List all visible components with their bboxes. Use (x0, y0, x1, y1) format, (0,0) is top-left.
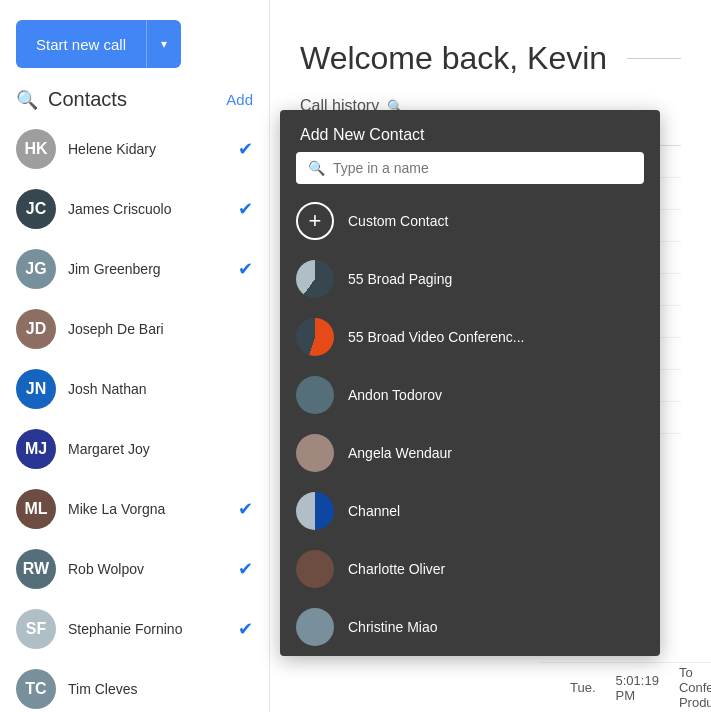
contact-name: Jim Greenberg (68, 261, 226, 277)
dropdown-item-avatar (296, 260, 334, 298)
contact-item[interactable]: JD Joseph De Bari (0, 299, 269, 359)
dropdown-search-icon: 🔍 (308, 160, 325, 176)
contact-search-input[interactable] (333, 160, 632, 176)
contact-item[interactable]: HK Helene Kidary ✔ (0, 119, 269, 179)
start-new-call-button[interactable]: Start new call ▾ (16, 20, 181, 68)
footer-call-with: To Conference Product_... (679, 665, 711, 710)
dropdown-list-item[interactable]: + Custom Contact (280, 192, 660, 250)
add-contact-dropdown: Add New Contact 🔍 + Custom Contact 55 Br… (280, 110, 660, 656)
dropdown-list-item[interactable]: Christine Miao (280, 598, 660, 656)
contact-item[interactable]: TC Tim Cleves (0, 659, 269, 712)
contact-item[interactable]: MJ Margaret Joy (0, 419, 269, 479)
contact-item[interactable]: ML Mike La Vorgna ✔ (0, 479, 269, 539)
contact-avatar: RW (16, 549, 56, 589)
dropdown-item-avatar (296, 550, 334, 588)
dropdown-list-item[interactable]: Andon Todorov (280, 366, 660, 424)
dropdown-item-name: Channel (348, 503, 400, 519)
contact-avatar: JD (16, 309, 56, 349)
header-divider (627, 58, 681, 59)
contact-name: Helene Kidary (68, 141, 226, 157)
contact-avatar: JC (16, 189, 56, 229)
welcome-header: Welcome back, Kevin (270, 0, 711, 97)
contact-avatar: ML (16, 489, 56, 529)
contact-item[interactable]: JN Josh Nathan (0, 359, 269, 419)
add-contact-button[interactable]: Add (226, 91, 253, 108)
contact-check-icon: ✔ (238, 138, 253, 160)
custom-contact-plus-icon: + (296, 202, 334, 240)
contact-item[interactable]: SF Stephanie Fornino ✔ (0, 599, 269, 659)
contact-name: Margaret Joy (68, 441, 253, 457)
contact-list: HK Helene Kidary ✔ JC James Criscuolo ✔ … (0, 119, 269, 712)
contact-item[interactable]: JG Jim Greenberg ✔ (0, 239, 269, 299)
dropdown-list-item[interactable]: 55 Broad Paging (280, 250, 660, 308)
dropdown-items-list: + Custom Contact 55 Broad Paging 55 Broa… (280, 192, 660, 656)
start-new-call-label: Start new call (16, 20, 147, 68)
contact-avatar: HK (16, 129, 56, 169)
sidebar: Start new call ▾ 🔍 Contacts Add HK Helen… (0, 0, 270, 712)
dropdown-search-bar[interactable]: 🔍 (296, 152, 644, 184)
contact-name: Joseph De Bari (68, 321, 253, 337)
contact-avatar: SF (16, 609, 56, 649)
footer-date: Tue. (570, 680, 596, 695)
contact-check-icon: ✔ (238, 498, 253, 520)
footer-row: Tue. 5:01:19 PM To Conference Product_..… (540, 662, 711, 712)
contact-name: Josh Nathan (68, 381, 253, 397)
dropdown-list-item[interactable]: 55 Broad Video Conferenc... (280, 308, 660, 366)
footer-time: 5:01:19 PM (616, 673, 659, 703)
dropdown-list-item[interactable]: Charlotte Oliver (280, 540, 660, 598)
contact-name: Mike La Vorgna (68, 501, 226, 517)
contact-name: Stephanie Fornino (68, 621, 226, 637)
contact-avatar: MJ (16, 429, 56, 469)
dropdown-item-name: 55 Broad Paging (348, 271, 452, 287)
dropdown-item-avatar (296, 492, 334, 530)
contact-avatar: TC (16, 669, 56, 709)
dropdown-list-item[interactable]: Angela Wendaur (280, 424, 660, 482)
dropdown-item-name: Charlotte Oliver (348, 561, 445, 577)
contact-name: Tim Cleves (68, 681, 253, 697)
contacts-header: 🔍 Contacts Add (0, 68, 269, 119)
dropdown-item-avatar (296, 318, 334, 356)
dropdown-item-avatar (296, 376, 334, 414)
dropdown-item-avatar (296, 608, 334, 646)
contact-name: Rob Wolpov (68, 561, 226, 577)
dropdown-item-avatar (296, 434, 334, 472)
dropdown-list-item[interactable]: Channel (280, 482, 660, 540)
dropdown-title: Add New Contact (280, 110, 660, 152)
contact-avatar: JG (16, 249, 56, 289)
contacts-title: Contacts (48, 88, 216, 111)
contact-check-icon: ✔ (238, 258, 253, 280)
welcome-message: Welcome back, Kevin (300, 40, 607, 77)
contact-check-icon: ✔ (238, 618, 253, 640)
dropdown-item-name: Custom Contact (348, 213, 448, 229)
contact-avatar: JN (16, 369, 56, 409)
contact-item[interactable]: JC James Criscuolo ✔ (0, 179, 269, 239)
dropdown-item-name: Christine Miao (348, 619, 437, 635)
contact-item[interactable]: RW Rob Wolpov ✔ (0, 539, 269, 599)
chevron-down-icon[interactable]: ▾ (147, 20, 181, 68)
contact-check-icon: ✔ (238, 558, 253, 580)
contact-check-icon: ✔ (238, 198, 253, 220)
dropdown-item-name: Angela Wendaur (348, 445, 452, 461)
contact-name: James Criscuolo (68, 201, 226, 217)
search-icon: 🔍 (16, 89, 38, 111)
dropdown-item-name: 55 Broad Video Conferenc... (348, 329, 524, 345)
sidebar-header: Start new call ▾ (0, 0, 269, 68)
dropdown-item-name: Andon Todorov (348, 387, 442, 403)
